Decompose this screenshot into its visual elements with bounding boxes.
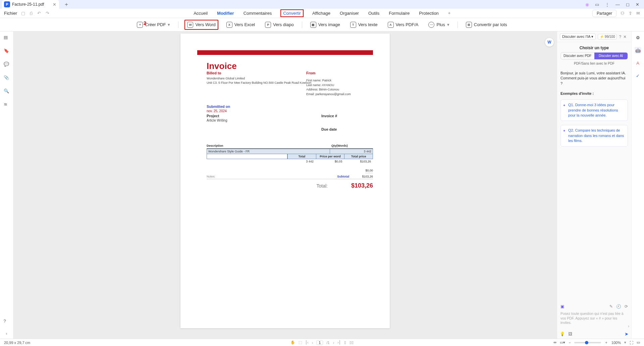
search-icon[interactable]: 🔍 bbox=[4, 88, 10, 94]
ai-mode-toggle: Discuter avec PDF Discuter avec AI bbox=[560, 52, 628, 60]
ai-attach-icon[interactable]: ▣ bbox=[560, 304, 564, 309]
more-label: Plus bbox=[436, 22, 445, 27]
select-tool-icon[interactable]: ⬚ bbox=[299, 340, 302, 345]
tab-protection[interactable]: Protection bbox=[418, 9, 439, 17]
ai-history-icon[interactable]: 🕘 bbox=[616, 304, 621, 309]
bolt-icon: ⚡ bbox=[600, 35, 604, 39]
total-amount: $103,26 bbox=[351, 182, 373, 189]
save-icon[interactable]: ▢ bbox=[21, 11, 25, 16]
toggle-chat-pdf[interactable]: Discuter avec PDF bbox=[561, 53, 594, 59]
comments-icon[interactable]: 💬 bbox=[4, 62, 10, 68]
to-image-button[interactable]: ▣ Vers image bbox=[308, 20, 342, 29]
to-slides-label: Vers diapo bbox=[273, 22, 293, 27]
subtotal-value: $103,26 bbox=[349, 175, 373, 178]
to-text-button[interactable]: T Vers texte bbox=[348, 20, 380, 29]
zoom-thumb[interactable] bbox=[585, 341, 588, 344]
zoom-in-icon[interactable]: ＋ bbox=[604, 340, 608, 345]
tab-organiser[interactable]: Organiser bbox=[339, 9, 360, 17]
batch-convert-button[interactable]: ⊞ Convertir par lots bbox=[464, 20, 509, 29]
ai-input-placeholder[interactable]: Posez toute question qui n'est pas liée … bbox=[560, 310, 629, 327]
read-mode-icon[interactable]: ▭ bbox=[637, 340, 640, 345]
ai-image-icon[interactable]: 🖼 bbox=[568, 332, 572, 336]
fit-width-icon[interactable]: ⇔ bbox=[553, 340, 556, 345]
row-description: Wondershare Style Guide - FR bbox=[207, 149, 330, 154]
to-pdfa-button[interactable]: A Vers PDF/A bbox=[386, 20, 421, 29]
document-tab[interactable]: P Facture-25-11.pdf ✕ bbox=[2, 0, 59, 9]
zoom-slider[interactable] bbox=[574, 342, 601, 343]
attachments-icon[interactable]: 📎 bbox=[4, 75, 10, 81]
word-badge-icon[interactable]: W bbox=[545, 38, 554, 47]
zoom-out-icon[interactable]: − bbox=[569, 341, 571, 345]
from-last-name: Last name: AYANOU bbox=[306, 83, 351, 88]
document-viewport[interactable]: Invoice Billed to Wondershare Global Lim… bbox=[13, 31, 557, 339]
submitted-label: Submitted on bbox=[207, 105, 230, 109]
ai-chat-panel: Discuter avec l'IA ▾ ⚡ 99/100 ? ✕ Choisi… bbox=[557, 31, 631, 339]
spark-icon: ✦ bbox=[563, 129, 566, 133]
single-page-icon[interactable]: ▯ bbox=[344, 340, 346, 345]
lightbulb-icon[interactable]: ✦ bbox=[447, 11, 451, 16]
redo-icon[interactable]: ↷ bbox=[46, 11, 49, 16]
thumbnails-icon[interactable]: ▤ bbox=[4, 35, 10, 41]
share-tree-icon[interactable]: ⚇ bbox=[621, 11, 625, 16]
undo-icon[interactable]: ↶ bbox=[37, 11, 41, 16]
ai-next-icon[interactable]: › bbox=[628, 324, 629, 329]
first-page-icon[interactable]: ⎮‹ bbox=[305, 340, 309, 345]
layers-icon[interactable]: ≋ bbox=[4, 102, 10, 108]
current-page-input[interactable]: 1 bbox=[316, 340, 323, 345]
tab-modifier[interactable]: Modifier bbox=[216, 9, 235, 17]
ai-orb-icon[interactable]: ◉ bbox=[585, 2, 589, 7]
close-window-icon[interactable]: ✕ bbox=[636, 2, 639, 7]
hand-tool-icon[interactable]: ✋ bbox=[290, 340, 295, 345]
to-excel-button[interactable]: X Vers Excel bbox=[224, 20, 257, 29]
zoom-value[interactable]: 100% bbox=[611, 341, 621, 345]
minimize-icon[interactable]: — bbox=[615, 2, 620, 7]
to-word-button[interactable]: W Vers Word bbox=[184, 20, 218, 30]
cloud-upload-icon[interactable]: ⇧ bbox=[629, 11, 632, 16]
ai-close-icon[interactable]: ✕ bbox=[623, 34, 627, 39]
feedback-icon[interactable]: ▭ bbox=[595, 2, 599, 7]
ai-refresh-icon[interactable]: ⟳ bbox=[625, 304, 628, 309]
help-icon[interactable]: ? bbox=[4, 319, 10, 325]
ai-mode-dropdown[interactable]: Discuter avec l'IA ▾ bbox=[560, 33, 596, 40]
tab-formulaire[interactable]: Formulaire bbox=[388, 9, 410, 17]
invoice-number-label: Invoice # bbox=[321, 114, 337, 118]
more-icon[interactable]: ⋮ bbox=[605, 2, 609, 7]
ai-credits-badge[interactable]: ⚡ 99/100 bbox=[598, 34, 617, 40]
mail-icon[interactable]: ✉ bbox=[636, 11, 640, 16]
translate-icon[interactable]: A bbox=[635, 60, 641, 66]
tab-accueil[interactable]: Accueil bbox=[193, 9, 208, 17]
ai-bulb-icon[interactable]: 💡 bbox=[560, 332, 565, 336]
next-page-icon[interactable]: › bbox=[333, 341, 334, 345]
tab-outils[interactable]: Outils bbox=[368, 9, 380, 17]
tab-close-icon[interactable]: ✕ bbox=[53, 2, 56, 7]
ai-robot-icon[interactable]: 🤖 bbox=[635, 47, 641, 54]
maximize-icon[interactable]: ◻ bbox=[626, 2, 630, 7]
settings-slider-icon[interactable]: ⚙ bbox=[635, 34, 641, 41]
ai-send-button[interactable]: ➤ bbox=[625, 331, 629, 337]
new-tab-button[interactable]: ＋ bbox=[64, 1, 69, 8]
ai-help-icon[interactable]: ? bbox=[619, 34, 621, 39]
checklist-icon[interactable]: ✓ bbox=[635, 72, 641, 79]
toggle-chat-ai[interactable]: Discuter avec AI bbox=[594, 53, 628, 59]
print-icon[interactable]: ⎙ bbox=[30, 11, 33, 16]
collapse-sidebar-icon[interactable]: ‹ bbox=[6, 331, 7, 336]
file-menu[interactable]: Fichier bbox=[4, 11, 17, 16]
share-button[interactable]: Partager bbox=[592, 10, 616, 17]
tab-commentaires[interactable]: Commentaires bbox=[243, 9, 273, 17]
last-page-icon[interactable]: ›⎮ bbox=[337, 340, 341, 345]
two-page-icon[interactable]: ▯▯ bbox=[350, 340, 354, 345]
view-mode-icon[interactable]: ▭▾ bbox=[560, 340, 565, 345]
fullscreen-icon[interactable]: ⛶ bbox=[630, 341, 633, 345]
ai-example-q1[interactable]: ✦ Q1. Donne-moi 3 idées pour prendre de … bbox=[560, 99, 628, 121]
to-slides-button[interactable]: P Vers diapo bbox=[263, 20, 296, 29]
more-button[interactable]: ⋯ Plus▾ bbox=[426, 20, 451, 29]
ai-tone-icon[interactable]: ✎ bbox=[609, 304, 613, 309]
tab-convertir[interactable]: Convertir bbox=[280, 9, 304, 17]
create-pdf-button[interactable]: ＋ Créer PDF▾ bbox=[135, 20, 172, 29]
ai-example-q2[interactable]: ✦ Q2. Compare les techniques de narratio… bbox=[560, 125, 628, 146]
prev-page-icon[interactable]: ‹ bbox=[312, 341, 313, 345]
tab-affichage[interactable]: Affichage bbox=[312, 9, 331, 17]
page-total: /1 bbox=[326, 341, 329, 345]
bookmarks-icon[interactable]: 🔖 bbox=[4, 48, 10, 54]
window-controls: ◉ ▭ ⋮ — ◻ ✕ bbox=[585, 2, 644, 7]
